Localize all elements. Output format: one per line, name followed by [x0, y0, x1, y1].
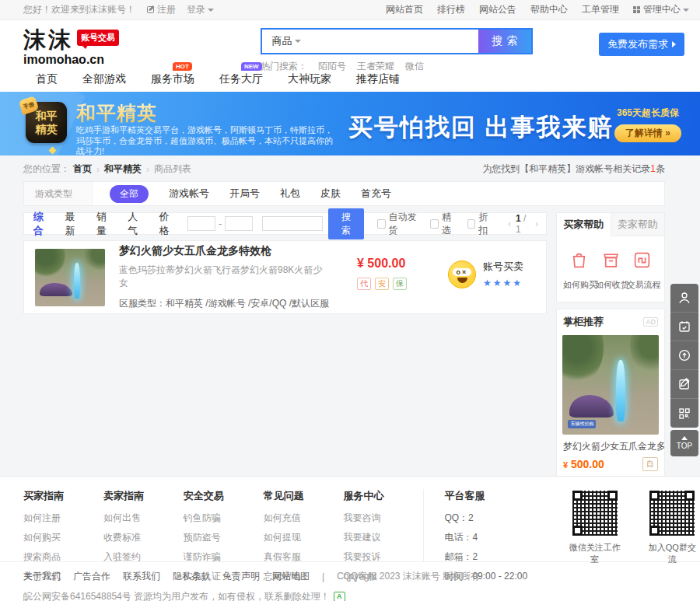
search-input[interactable] [310, 30, 478, 53]
price-min-input[interactable] [187, 216, 215, 231]
footer-link[interactable]: 我要建议 [344, 531, 424, 544]
price-max-input[interactable] [225, 216, 253, 231]
filter-option-all[interactable]: 全部 [110, 185, 149, 203]
footer-link[interactable]: 入驻签约 [103, 550, 184, 564]
help-how-to-buy[interactable]: 如何购买 [563, 250, 594, 291]
topbar-link-home[interactable]: 网站首页 [386, 3, 423, 16]
search-area: 商品 搜索 热门搜索： 陌陌号 王者荣耀 微信 [261, 28, 533, 73]
footer-link[interactable]: 如何充值 [264, 512, 344, 525]
next-page-icon[interactable]: › [535, 218, 538, 229]
footer-link[interactable]: 如何购买 [23, 531, 103, 544]
tab-seller-help[interactable]: 卖家帮助 [611, 213, 665, 236]
seller-name[interactable]: 账号买卖 [483, 260, 523, 274]
filter-option-starter[interactable]: 开局号 [229, 187, 260, 201]
bottom-link-privacy[interactable]: 隐私条款 [173, 570, 210, 583]
bottom-link-ads[interactable]: 广告合作 [73, 570, 110, 583]
register-link[interactable]: 注册 [146, 3, 176, 16]
nav-item-task-hall[interactable]: 任务大厅NEW [219, 72, 263, 86]
hot-search-item[interactable]: 王者荣耀 [357, 60, 394, 73]
qq-group-qr-block: 加入QQ群交流 [645, 491, 700, 561]
site-logo[interactable]: 沫沫 账号交易 imomohao.cn [23, 28, 119, 67]
footer-link[interactable]: 我要咨询 [344, 512, 424, 525]
seller-avatar[interactable]: o× [448, 260, 476, 288]
sort-popularity[interactable]: 人气 [128, 210, 145, 238]
nav-item-recommended-shops[interactable]: 推荐店铺 [356, 72, 400, 86]
nav-item-home[interactable]: 首页 [36, 72, 58, 86]
bottom-link-disclaimer[interactable]: 免责声明 [222, 570, 260, 583]
checkbox-auto-delivery[interactable]: 自动发货 [377, 211, 422, 237]
recommended-product-title[interactable]: 梦幻火箭少女五爪金龙多特效枪 [557, 435, 664, 453]
sort-newest[interactable]: 最新 [65, 210, 82, 238]
checkbox-featured[interactable]: 精选 [430, 211, 457, 237]
search-button[interactable]: 搜索 [478, 30, 531, 53]
login-link[interactable]: 登录 [187, 3, 214, 16]
bottom-link-contact[interactable]: 联系我们 [123, 570, 160, 583]
tab-buyer-help[interactable]: 买家帮助 [557, 213, 611, 236]
learn-more-button[interactable]: 了解详情 » [614, 124, 681, 142]
keyword-input[interactable] [262, 216, 323, 231]
nav-item-pro-players[interactable]: 大神玩家 [288, 72, 331, 86]
calendar-check-icon[interactable] [670, 313, 698, 341]
upload-circle-icon[interactable] [670, 341, 698, 370]
recommended-product-image[interactable]: 车辆性价购 [562, 335, 659, 435]
filter-option-gift-pack[interactable]: 礼包 [280, 187, 300, 201]
sort-sales[interactable]: 销量 [96, 210, 114, 238]
product-title[interactable]: 梦幻火箭少女五爪金龙多特效枪 [119, 244, 329, 258]
footer-link[interactable]: 真假客服 [264, 550, 344, 564]
footer-link[interactable]: 搜索商品 [23, 550, 103, 564]
breadcrumb: 您的位置： 首页 › 和平精英 › 商品列表 为您找到【和平精英】游戏帐号相关记… [23, 159, 665, 179]
edit-icon[interactable] [670, 370, 698, 399]
footer-link[interactable]: 钓鱼防骗 [184, 512, 264, 525]
search-category-select[interactable]: 商品 [262, 30, 310, 53]
bottom-link-about[interactable]: 关于我们 [23, 570, 61, 583]
footer-link[interactable]: 谨防诈骗 [184, 550, 264, 564]
game-banner: 手游 和平 精英 和平精英 吃鸡手游和平精英交易平台，游戏帐号，阿斯顿马丁币，特… [0, 92, 700, 155]
footer-link[interactable]: 预防盗号 [184, 531, 264, 544]
footer-link[interactable]: 如何注册 [23, 512, 103, 525]
footer: 买家指南 如何注册 如何购买 搜索商品 支付方式 卖家指南 如何出售 收费标准 … [0, 476, 700, 561]
nav-item-service-market[interactable]: 服务市场HOT [151, 72, 194, 86]
qr-code-icon[interactable] [670, 399, 698, 428]
checkbox-icon[interactable] [430, 219, 439, 229]
nav-item-all-games[interactable]: 全部游戏 [82, 72, 126, 86]
filter-option-game-account[interactable]: 游戏帐号 [169, 187, 209, 201]
footer-link[interactable]: 如何出售 [103, 512, 184, 525]
sort-comprehensive[interactable]: 综合 [33, 210, 51, 238]
checkbox-discount[interactable]: 折扣 [467, 211, 495, 237]
topbar-link-tickets[interactable]: 工单管理 [582, 3, 619, 16]
product-list-item[interactable]: 梦幻火箭少女五爪金龙多特效枪 蓝色玛莎拉蒂梦幻火箭飞行器梦幻火箭98K火箭少女 … [23, 240, 547, 314]
footer-link[interactable]: 收费标准 [103, 531, 184, 544]
sort-search-button[interactable]: 搜索 [328, 208, 364, 239]
bottom-link-sitemap[interactable]: 网站地图 [272, 570, 310, 583]
checkbox-icon[interactable] [467, 219, 476, 229]
product-image[interactable] [35, 249, 105, 306]
publish-demand-button[interactable]: 免费发布需求 [599, 33, 684, 56]
footer-link[interactable]: 我要投诉 [344, 550, 424, 564]
user-icon[interactable] [670, 284, 698, 313]
prev-page-icon[interactable]: ‹ [508, 218, 511, 229]
sort-price[interactable]: 价格 [159, 210, 177, 238]
product-meta: 区服类型：和平精英 /游戏帐号 /安卓/QQ /默认区服 [119, 297, 329, 310]
seller-info[interactable]: o× 账号买卖 ★★★★ [448, 260, 523, 288]
filter-option-skin[interactable]: 皮肤 [320, 187, 341, 201]
admin-center-link[interactable]: 管理中心 [633, 3, 689, 16]
breadcrumb-game[interactable]: 和平精英 [104, 162, 142, 176]
hot-search-item[interactable]: 陌陌号 [318, 60, 346, 73]
hot-search-item[interactable]: 微信 [405, 60, 424, 73]
qq-group-qr-code [649, 491, 695, 536]
topbar-link-help-center[interactable]: 帮助中心 [530, 3, 568, 16]
checkbox-icon[interactable] [377, 219, 386, 229]
footer-link[interactable]: 如何提现 [264, 531, 344, 544]
topbar-link-announcements[interactable]: 网站公告 [479, 3, 516, 16]
breadcrumb-home[interactable]: 首页 [73, 162, 92, 176]
back-to-top-button[interactable]: TOP [670, 430, 698, 456]
footer-platform-service: 平台客服 QQ：2 电话：4 邮箱：2 时间：09:00 - 22:00 [423, 489, 560, 561]
service-email: 邮箱：2 [444, 550, 560, 564]
topbar-link-ranking[interactable]: 排行榜 [437, 3, 465, 16]
help-trade-flow[interactable]: 交易流程 [627, 250, 658, 291]
header: 沫沫 账号交易 imomohao.cn 商品 搜索 热门搜索： 陌陌号 王者荣耀… [0, 20, 700, 92]
filter-option-first-charge[interactable]: 首充号 [361, 187, 391, 201]
help-how-to-receive[interactable]: 如何收货 [595, 250, 626, 291]
ad-badge: AD [643, 317, 658, 327]
product-subtitle: 蓝色玛莎拉蒂梦幻火箭飞行器梦幻火箭98K火箭少女 [119, 264, 329, 290]
